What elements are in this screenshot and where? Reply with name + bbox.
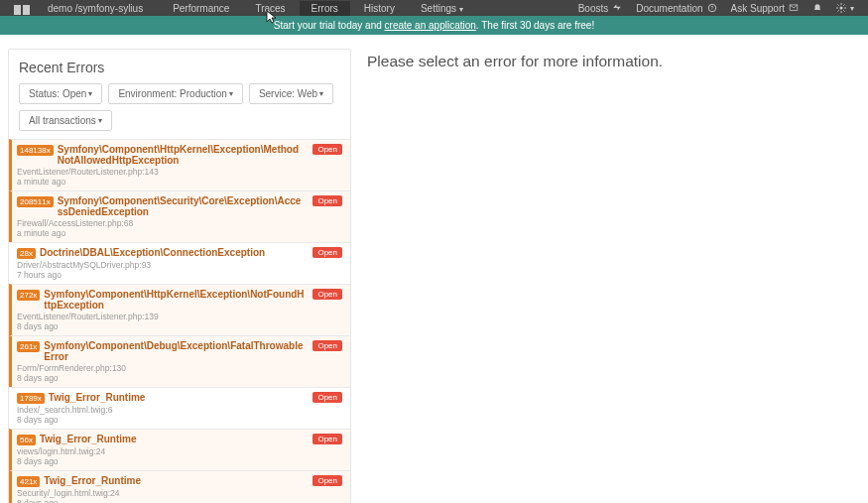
filter-env[interactable]: Environment: Production▾ — [108, 83, 243, 104]
svg-point-4 — [839, 6, 842, 9]
status-badge[interactable]: Open — [312, 392, 342, 403]
status-badge[interactable]: Open — [312, 340, 342, 351]
error-item[interactable]: 56xTwig_Error_RuntimeOpenviews/login.htm… — [9, 429, 350, 470]
chevron-down-icon: ▾ — [459, 5, 463, 14]
detail-pane: Please select an error for more informat… — [367, 49, 860, 503]
top-nav: demo /symfony-sylius Performance Traces … — [0, 0, 868, 16]
filter-status[interactable]: Status: Open▾ — [19, 83, 102, 104]
error-time: 8 days ago — [17, 373, 342, 383]
count-badge: 28x — [17, 248, 36, 259]
status-badge[interactable]: Open — [312, 434, 342, 444]
count-badge: 208511x — [17, 196, 54, 207]
nav-settings[interactable]: Settings ▾ — [409, 1, 475, 16]
nav-errors[interactable]: Errors — [300, 1, 350, 16]
nav-traces[interactable]: Traces — [243, 1, 297, 16]
notifications-icon[interactable] — [812, 3, 822, 13]
error-time: 7 hours ago — [17, 270, 342, 280]
gear-icon[interactable]: ▾ — [836, 3, 854, 13]
error-title: Symfony\Component\Security\Core\Exceptio… — [58, 195, 306, 217]
count-badge: 148138x — [17, 145, 54, 156]
filter-service[interactable]: Service: Web▾ — [249, 83, 333, 104]
error-item[interactable]: 28xDoctrine\DBAL\Exception\ConnectionExc… — [9, 242, 350, 284]
error-item[interactable]: 261xSymfony\Component\Debug\Exception\Fa… — [9, 335, 350, 387]
error-title: Twig_Error_Runtime — [40, 434, 306, 444]
main-content: Recent Errors Status: Open▾ Environment:… — [0, 35, 868, 503]
error-title: Symfony\Component\Debug\Exception\FatalT… — [44, 340, 305, 362]
count-badge: 56x — [17, 435, 36, 445]
trial-banner: Start your trial today and create an app… — [0, 16, 868, 35]
panel-title: Recent Errors — [19, 60, 340, 75]
nav-items: Performance Traces Errors History Settin… — [161, 1, 475, 16]
status-badge[interactable]: Open — [312, 195, 342, 206]
errors-panel: Recent Errors Status: Open▾ Environment:… — [8, 49, 351, 503]
error-file: Index/_search.html.twig:6 — [17, 405, 342, 415]
logo-icon[interactable] — [14, 2, 30, 14]
banner-link[interactable]: create an application — [385, 20, 476, 31]
error-time: a minute ago — [17, 228, 342, 238]
error-title: Symfony\Component\HttpKernel\Exception\M… — [58, 144, 306, 166]
error-item[interactable]: 421xTwig_Error_RuntimeOpenSecurity/_logi… — [9, 470, 350, 503]
error-item[interactable]: 1789xTwig_Error_RuntimeOpenIndex/_search… — [9, 387, 350, 429]
error-file: Driver/AbstractMySQLDriver.php:93 — [17, 260, 342, 270]
count-badge: 421x — [17, 476, 40, 487]
nav-support[interactable]: Ask Support — [731, 3, 799, 14]
count-badge: 272x — [17, 290, 40, 301]
error-item[interactable]: 148138xSymfony\Component\HttpKernel\Exce… — [9, 139, 350, 190]
nav-docs[interactable]: Documentation ? — [636, 3, 716, 14]
error-file: views/login.html.twig:24 — [17, 446, 342, 456]
error-time: 8 days ago — [17, 498, 342, 503]
count-badge: 261x — [17, 341, 40, 352]
error-title: Symfony\Component\HttpKernel\Exception\N… — [44, 289, 305, 311]
count-badge: 1789x — [17, 393, 45, 404]
status-badge[interactable]: Open — [312, 289, 342, 300]
nav-boosts[interactable]: Boosts — [578, 3, 623, 14]
error-time: a minute ago — [17, 177, 342, 187]
status-badge[interactable]: Open — [312, 247, 342, 258]
nav-history[interactable]: History — [352, 1, 407, 16]
error-title: Doctrine\DBAL\Exception\ConnectionExcept… — [40, 247, 306, 258]
error-list: 148138xSymfony\Component\HttpKernel\Exce… — [9, 139, 350, 503]
error-file: Firewall/AccessListener.php:68 — [17, 218, 342, 228]
error-file: Form/FormRenderer.php:130 — [17, 363, 342, 373]
status-badge[interactable]: Open — [312, 475, 342, 486]
svg-rect-1 — [23, 5, 30, 15]
svg-rect-0 — [14, 5, 21, 15]
chevron-down-icon: ▾ — [229, 89, 233, 98]
error-title: Twig_Error_Runtime — [49, 392, 306, 403]
error-file: EventListener/RouterListener.php:139 — [17, 312, 342, 321]
filters: Status: Open▾ Environment: Production▾ S… — [19, 83, 340, 104]
chevron-down-icon: ▾ — [98, 116, 102, 125]
error-title: Twig_Error_Runtime — [44, 475, 305, 486]
error-time: 8 days ago — [17, 456, 342, 466]
nav-right: Boosts Documentation ? Ask Support ▾ — [578, 3, 854, 14]
detail-prompt: Please select an error for more informat… — [367, 53, 860, 70]
svg-text:?: ? — [710, 5, 713, 11]
filter-txn[interactable]: All transactions▾ — [19, 110, 112, 131]
chevron-down-icon: ▾ — [319, 89, 323, 98]
status-badge[interactable]: Open — [312, 144, 342, 155]
banner-text-suffix: . The first 30 days are free! — [476, 20, 594, 31]
error-file: EventListener/RouterListener.php:143 — [17, 167, 342, 177]
error-item[interactable]: 208511xSymfony\Component\Security\Core\E… — [9, 190, 350, 242]
banner-text-prefix: Start your trial today and — [274, 20, 385, 31]
error-time: 8 days ago — [17, 321, 342, 331]
error-item[interactable]: 272xSymfony\Component\HttpKernel\Excepti… — [9, 284, 350, 335]
nav-performance[interactable]: Performance — [161, 1, 241, 16]
chevron-down-icon: ▾ — [88, 89, 92, 98]
error-file: Security/_login.html.twig:24 — [17, 488, 342, 498]
error-time: 8 days ago — [17, 415, 342, 425]
breadcrumb[interactable]: demo /symfony-sylius — [48, 3, 143, 14]
